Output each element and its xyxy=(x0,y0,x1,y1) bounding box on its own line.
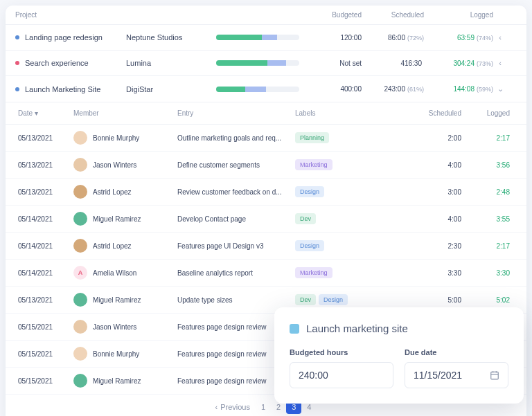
project-name: Landing page redesign xyxy=(25,33,103,42)
entry-description: Features page UI Design v3 xyxy=(177,242,295,250)
scheduled-value: 416:30 xyxy=(362,60,424,67)
member-name: Miguel Ramirez xyxy=(93,296,141,304)
status-dot xyxy=(15,35,19,39)
budgeted-value: Not set xyxy=(313,60,362,67)
col-scheduled: Scheduled xyxy=(392,109,461,117)
member-name: Astrid Lopez xyxy=(93,242,132,250)
entry-date: 05/13/2021 xyxy=(18,296,73,304)
entry-row[interactable]: 05/13/2021 Jason Winters Define customer… xyxy=(6,152,526,179)
entry-description: Develop Contact page xyxy=(177,215,295,223)
entry-row[interactable]: 05/13/2021 Astrid Lopez Review customer … xyxy=(6,179,526,206)
member-name: Miguel Ramirez xyxy=(93,215,141,223)
avatar xyxy=(73,158,87,172)
expand-icon[interactable]: ⌄ xyxy=(493,84,507,93)
entry-description: Outline marketing goals and req... xyxy=(177,134,295,142)
col-member: Member xyxy=(73,109,177,117)
progress-bar xyxy=(216,35,299,40)
entry-logged: 2:17 xyxy=(461,134,510,142)
status-dot xyxy=(15,87,19,91)
pagination-previous[interactable]: ‹ Previous xyxy=(215,403,250,411)
budgeted-value: 120:00 xyxy=(313,34,362,42)
entry-logged: 2:17 xyxy=(461,242,510,250)
status-dot xyxy=(15,61,19,65)
label-badge: Dev xyxy=(295,294,316,305)
avatar xyxy=(73,374,87,388)
entry-scheduled: 4:00 xyxy=(392,215,461,223)
entry-logged: 3:55 xyxy=(461,215,510,223)
budgeted-value: 400:00 xyxy=(313,85,362,93)
avatar xyxy=(73,320,87,334)
entry-scheduled: 2:30 xyxy=(392,242,461,250)
budgeted-hours-label: Budgeted hours xyxy=(290,348,393,356)
project-row[interactable]: Launch Marketing Site DigiStar 400:00 24… xyxy=(6,76,526,102)
col-project: Project xyxy=(15,11,126,19)
budgeted-hours-input[interactable]: 240:00 xyxy=(290,362,393,388)
col-labels: Labels xyxy=(295,109,392,117)
entry-scheduled: 3:30 xyxy=(392,269,461,277)
entry-description: Review customer feedback on d... xyxy=(177,188,295,196)
col-logged: Logged xyxy=(461,109,510,117)
col-date[interactable]: Date ▾ xyxy=(18,109,73,117)
entry-scheduled: 4:00 xyxy=(392,161,461,169)
entry-logged: 5:02 xyxy=(461,296,510,304)
label-badge: Design xyxy=(295,186,324,197)
avatar xyxy=(73,212,87,226)
entries-headers: Date ▾ Member Entry Labels Scheduled Log… xyxy=(6,102,526,125)
logged-value: 144:08(59%) xyxy=(424,85,493,93)
label-badge: Design xyxy=(295,240,324,251)
member-name: Astrid Lopez xyxy=(93,188,132,196)
entry-date: 05/15/2021 xyxy=(18,377,73,385)
entry-row[interactable]: 05/14/2021 AAmelia Wilson Baseline analy… xyxy=(6,260,526,287)
entry-date: 05/14/2021 xyxy=(18,269,73,277)
expand-icon[interactable]: ‹ xyxy=(493,33,507,42)
member-name: Bonnie Murphy xyxy=(93,134,139,142)
project-headers: Project Budgeted Scheduled Logged xyxy=(6,6,526,25)
entry-scheduled: 2:00 xyxy=(392,134,461,142)
progress-bar xyxy=(216,87,299,92)
member-name: Amelia Wilson xyxy=(93,269,136,277)
entry-description: Define customer segments xyxy=(177,161,295,169)
due-date-label: Due date xyxy=(405,348,508,356)
project-name: Search experience xyxy=(25,59,89,67)
expand-icon[interactable]: ‹ xyxy=(493,59,507,67)
entry-scheduled: 3:00 xyxy=(392,188,461,196)
project-name: Launch Marketing Site xyxy=(25,85,100,93)
logged-value: 63:59(74%) xyxy=(424,34,493,42)
label-badge: Marketing xyxy=(295,267,332,278)
entry-logged: 2:48 xyxy=(461,188,510,196)
entry-row[interactable]: 05/14/2021 Miguel Ramirez Develop Contac… xyxy=(6,206,526,233)
page-number[interactable]: 1 xyxy=(256,400,271,414)
scheduled-value: 243:00(61%) xyxy=(362,85,424,93)
project-row[interactable]: Search experience Lumina Not set 416:30 … xyxy=(6,51,526,76)
member-name: Bonnie Murphy xyxy=(93,350,139,358)
entry-logged: 3:30 xyxy=(461,269,510,277)
entry-date: 05/14/2021 xyxy=(18,242,73,250)
col-entry: Entry xyxy=(177,109,295,117)
entry-date: 05/13/2021 xyxy=(18,161,73,169)
scheduled-value: 86:00(72%) xyxy=(362,34,424,42)
logged-value: 304:24(73%) xyxy=(424,60,493,67)
client-name: Neptune Studios xyxy=(126,33,216,42)
due-date-input[interactable]: 11/15/2021 xyxy=(405,362,508,388)
label-badge: Marketing xyxy=(295,159,332,170)
col-budgeted: Budgeted xyxy=(313,11,362,19)
client-name: Lumina xyxy=(126,59,216,67)
project-row[interactable]: Landing page redesign Neptune Studios 12… xyxy=(6,25,526,51)
entry-logged: 3:56 xyxy=(461,161,510,169)
label-badge: Planning xyxy=(295,132,329,143)
entry-date: 05/13/2021 xyxy=(18,134,73,142)
entry-description: Baseline analytics report xyxy=(177,269,295,277)
avatar xyxy=(73,185,87,199)
label-badge: Design xyxy=(319,294,348,305)
avatar xyxy=(73,347,87,361)
entry-row[interactable]: 05/13/2021 Bonnie Murphy Outline marketi… xyxy=(6,125,526,152)
col-logged: Logged xyxy=(424,11,493,19)
popup-title: Launch marketing site xyxy=(306,323,408,334)
label-badge: Dev xyxy=(295,213,316,224)
calendar-icon xyxy=(490,370,499,380)
entry-row[interactable]: 05/14/2021 Astrid Lopez Features page UI… xyxy=(6,233,526,260)
member-name: Miguel Ramirez xyxy=(93,377,141,385)
entry-date: 05/15/2021 xyxy=(18,350,73,358)
entry-scheduled: 5:00 xyxy=(392,296,461,304)
entry-date: 05/15/2021 xyxy=(18,323,73,331)
